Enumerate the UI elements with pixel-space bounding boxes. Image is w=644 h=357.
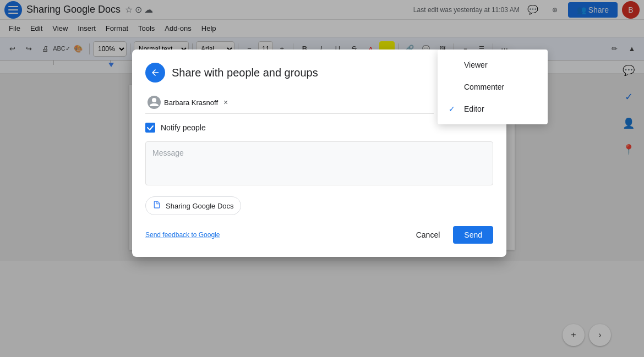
cancel-button[interactable]: Cancel xyxy=(407,226,449,244)
dropdown-item-commenter[interactable]: ✓ Commenter xyxy=(438,76,548,98)
send-button[interactable]: Send xyxy=(453,226,493,244)
svg-point-3 xyxy=(152,98,156,102)
dropdown-item-viewer[interactable]: ✓ Viewer xyxy=(438,54,548,76)
footer-buttons: Cancel Send xyxy=(407,226,493,244)
person-name: Barbara Krasnoff xyxy=(164,98,218,107)
role-dropdown-menu: ✓ Viewer ✓ Commenter ✓ Editor xyxy=(438,50,548,124)
notify-checkbox[interactable] xyxy=(145,123,155,133)
modal-footer: Send feedback to Google Cancel Send xyxy=(145,226,493,244)
viewer-label: Viewer xyxy=(464,61,488,69)
editor-label: Editor xyxy=(464,105,484,113)
message-box[interactable]: Message xyxy=(145,141,493,185)
editor-check-icon: ✓ xyxy=(446,103,457,114)
message-placeholder: Message xyxy=(152,149,184,157)
dropdown-item-editor[interactable]: ✓ Editor xyxy=(438,98,548,120)
person-chip: Barbara Krasnoff × xyxy=(148,96,230,109)
docs-background: Sharing Google Docs ☆ ⊙ ☁ Last edit was … xyxy=(0,0,644,357)
doc-chip-icon xyxy=(152,200,161,211)
doc-chip-label: Sharing Google Docs xyxy=(166,202,234,210)
person-avatar xyxy=(148,96,161,109)
people-input-box[interactable]: Barbara Krasnoff × xyxy=(145,94,434,114)
commenter-label: Commenter xyxy=(464,83,504,91)
chip-close-button[interactable]: × xyxy=(221,98,230,107)
back-button[interactable] xyxy=(145,63,165,83)
feedback-link[interactable]: Send feedback to Google xyxy=(145,231,220,239)
notify-label: Notify people xyxy=(161,123,206,132)
doc-chip[interactable]: Sharing Google Docs xyxy=(145,196,241,215)
modal-title: Share with people and groups xyxy=(172,67,473,79)
